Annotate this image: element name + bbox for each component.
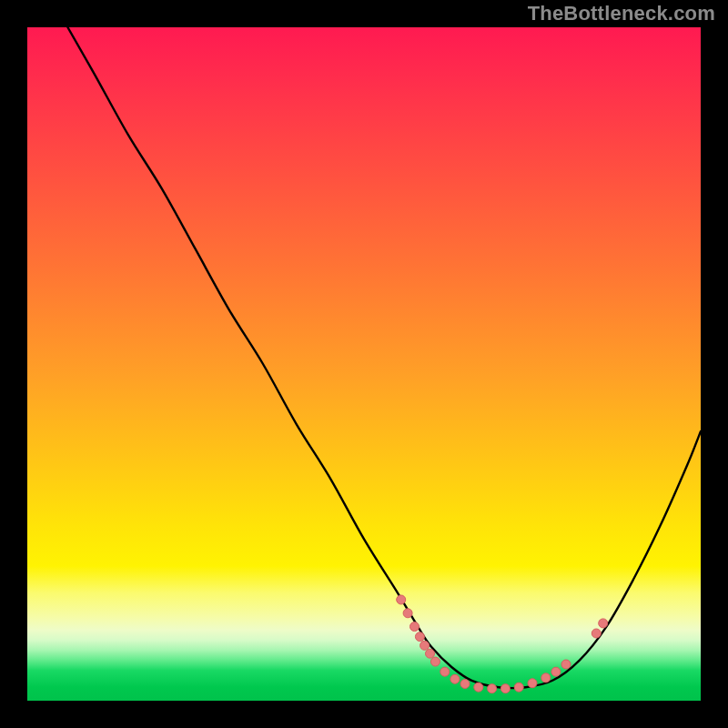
watermark-text: TheBottleneck.com <box>528 2 715 25</box>
chart-stage: TheBottleneck.com <box>0 0 728 728</box>
gradient-plot-area <box>27 27 701 701</box>
